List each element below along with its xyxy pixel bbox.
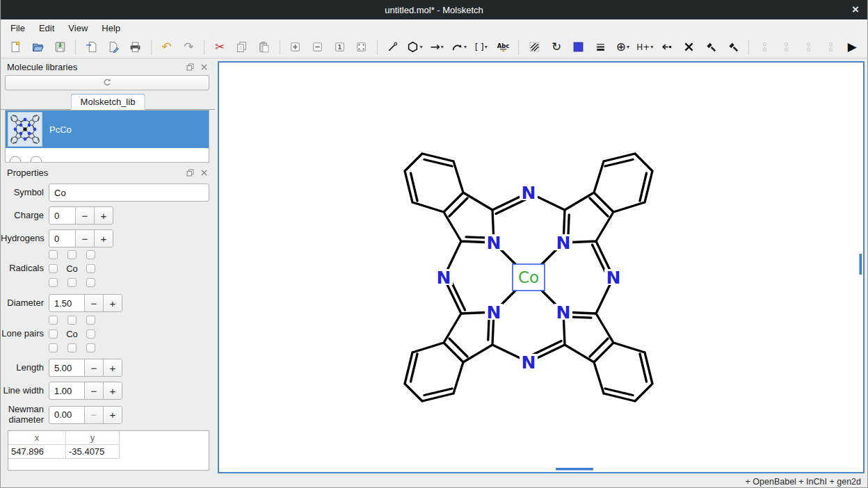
length-increment-button[interactable]: + [103,359,122,376]
diameter-increment-button[interactable]: + [103,295,122,311]
import-file-icon[interactable] [81,38,102,56]
menu-edit[interactable]: Edit [32,21,61,35]
redo-icon[interactable]: ↷ [178,38,199,56]
nitrogen-atom-label[interactable]: N [556,302,571,323]
coords-header-y[interactable]: y [66,431,120,445]
open-file-icon[interactable] [28,38,49,56]
hatch-tool-icon[interactable] [524,38,545,56]
nitrogen-atom-label[interactable]: N [556,233,571,253]
coord-y-value[interactable]: -35.4075 [66,445,120,459]
coord-x-value[interactable]: 547.896 [8,445,66,459]
nitrogen-atom-label[interactable]: N [606,268,621,288]
close-panel-icon[interactable] [200,63,209,72]
lone-pair-checkbox[interactable] [49,343,58,352]
radical-checkbox[interactable] [49,264,58,273]
rotate-tool-icon[interactable]: ↻ [546,38,567,56]
nitrogen-atom-label[interactable]: N [487,233,501,253]
optimize-alt-tool-icon[interactable] [723,38,744,56]
drawing-canvas[interactable]: NNNNNNNN Co [218,61,865,473]
charge-value[interactable]: 0 [49,207,75,224]
lone-pair-checkbox[interactable] [86,316,95,325]
line-width-decrement-button[interactable]: − [84,382,103,399]
zoom-in-icon[interactable] [285,38,306,56]
toolbar-extension-icon[interactable]: ▶ [842,38,862,56]
cut-icon[interactable]: ✂ [209,38,230,56]
refresh-library-button[interactable] [5,75,209,90]
newman-diameter-increment-button[interactable]: + [103,407,122,423]
title-bar[interactable]: untitled.mol* - Molsketch × [1,0,867,19]
float-panel-icon[interactable] [186,63,195,72]
library-item-partial[interactable] [6,148,209,163]
ring-tool-icon[interactable]: ▾ [405,38,426,56]
charge-tool-icon[interactable]: ⊕▾ [613,38,634,56]
print-icon[interactable] [125,38,146,56]
paste-icon[interactable] [254,38,275,56]
line-width-increment-button[interactable]: + [103,382,122,399]
symbol-input[interactable] [49,184,209,202]
dropdown-arrow-icon[interactable]: ▾ [485,44,488,50]
new-file-icon[interactable] [6,38,26,56]
radical-checkbox[interactable] [86,278,95,287]
copy-icon[interactable] [232,38,252,56]
lone-pair-checkbox[interactable] [86,343,95,352]
canvas-vscroll-handle[interactable] [860,254,862,275]
save-file-icon[interactable] [50,38,71,56]
radical-checkbox[interactable] [67,278,77,287]
export-file-icon[interactable] [103,38,124,56]
dropdown-arrow-icon[interactable]: ▾ [441,44,444,50]
newman-diameter-decrement-button[interactable]: − [84,407,103,423]
diameter-decrement-button[interactable]: − [84,295,103,311]
draw-bond-icon[interactable] [383,38,403,56]
nitrogen-atom-label[interactable]: N [487,302,501,323]
window-close-button[interactable]: × [852,3,859,17]
float-panel-icon[interactable] [186,168,195,177]
color-swatch-icon[interactable] [568,38,589,56]
length-value[interactable]: 5.00 [49,359,84,376]
hydrogen-tool-icon[interactable]: H+▾ [634,38,655,56]
nitrogen-atom-label[interactable]: N [522,183,536,203]
nitrogen-atom-label[interactable]: N [437,268,451,288]
diameter-value[interactable]: 1.50 [49,295,84,311]
canvas-hscroll-handle[interactable] [556,468,593,471]
lone-pair-checkbox[interactable] [67,343,77,352]
hydrogens-decrement-button[interactable]: − [75,230,94,247]
dropdown-arrow-icon[interactable]: ▾ [419,44,422,50]
radical-checkbox[interactable] [49,278,58,287]
dropdown-arrow-icon[interactable]: ▾ [627,44,629,50]
hydrogens-increment-button[interactable]: + [94,230,113,247]
newman-diameter-value[interactable]: 0.00 [49,407,84,423]
radical-checkbox[interactable] [67,250,77,259]
selected-atom-co[interactable]: Co [513,264,545,291]
radical-checkbox[interactable] [86,250,95,259]
menu-view[interactable]: View [61,21,95,35]
zoom-out-icon[interactable] [307,38,328,56]
mechanism-arrow-tool-icon[interactable]: ▾ [449,38,469,56]
menu-file[interactable]: File [3,21,32,35]
arrow-tool-icon[interactable]: →▾ [426,38,447,56]
menu-help[interactable]: Help [95,21,127,35]
delete-tool-icon[interactable] [679,38,700,56]
lone-pair-checkbox[interactable] [67,316,77,325]
optimize-tool-icon[interactable] [701,38,722,56]
hydrogens-value[interactable]: 0 [49,230,75,247]
radical-checkbox[interactable] [49,250,58,259]
line-width-tool-icon[interactable] [590,38,611,56]
dropdown-arrow-icon[interactable]: ▾ [464,44,467,50]
zoom-fit-icon[interactable] [351,38,372,56]
molecule-pcco[interactable]: NNNNNNNN Co [405,154,652,401]
undo-icon[interactable]: ↶ [156,38,177,56]
co-atom-label[interactable]: Co [518,268,539,286]
coords-header-x[interactable]: x [8,431,66,445]
charge-increment-button[interactable]: + [94,207,113,224]
lone-pair-checkbox[interactable] [49,330,58,339]
nitrogen-atom-label[interactable]: N [522,352,536,373]
library-item-pcco[interactable]: PcCo [6,111,209,148]
tab-molsketch-lib[interactable]: Molsketch_lib [71,94,145,110]
bracket-tool-icon[interactable]: [ ]▾ [471,38,492,56]
lone-pair-checkbox[interactable] [86,330,95,339]
charge-decrement-button[interactable]: − [75,207,94,224]
lone-pair-tool-icon[interactable] [657,38,677,56]
zoom-original-icon[interactable] [329,38,350,56]
dropdown-arrow-icon[interactable]: ▾ [650,44,653,50]
text-tool-icon[interactable] [493,38,514,56]
